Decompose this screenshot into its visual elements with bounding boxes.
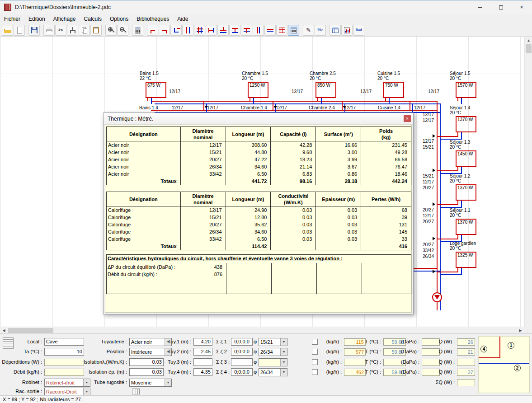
calculator-button[interactable] <box>132 25 143 36</box>
menu-aide[interactable]: Aide <box>173 14 192 23</box>
rac-sortie-dropdown[interactable]: Raccord-Droit▼ <box>44 388 90 396</box>
save-file-button[interactable] <box>28 25 40 36</box>
table-cell: 145 <box>361 228 411 235</box>
radiator-connection-3-button[interactable] <box>229 25 240 36</box>
minimize-button[interactable] <box>470 0 490 14</box>
diameter-1-dropdown[interactable]: 15/21▼ <box>259 338 287 346</box>
menu-options[interactable]: Options <box>106 14 132 23</box>
menu-edition[interactable]: Edition <box>24 14 49 23</box>
menu-calculs[interactable]: Calculs <box>80 14 106 23</box>
menu-affichage[interactable]: Affichage <box>49 14 80 23</box>
zoom-in-button[interactable] <box>105 25 117 36</box>
fitting-tool-button[interactable] <box>67 25 78 36</box>
radiator-box[interactable]: 1250 W <box>248 82 268 98</box>
edit-pencil-button[interactable]: ✎ <box>303 25 314 36</box>
open-file-button[interactable] <box>2 25 13 36</box>
table-cell: 416 <box>361 243 411 250</box>
metre-table-button[interactable] <box>288 25 299 36</box>
maximize-button[interactable] <box>490 0 511 14</box>
pipe-crossing-icon <box>196 26 204 34</box>
tube-rugosite-dropdown[interactable]: Moyenne▼ <box>129 379 172 387</box>
pipe-corner-left-icon <box>160 26 169 34</box>
pipe-row-4-checkbox[interactable] <box>312 369 318 375</box>
close-button[interactable]: × <box>511 0 532 14</box>
vertical-scrollbar[interactable]: ▲ ▼ <box>524 37 532 333</box>
radiator-box[interactable]: 850 W <box>315 82 336 98</box>
pipe-corner-blue-button[interactable] <box>170 25 182 36</box>
table-row: Acier noir26/3434.6021.143.6776.47 <box>107 163 411 170</box>
pipe-corner-left-button[interactable] <box>159 25 170 36</box>
rad-tool-button[interactable]: Rad <box>353 25 364 36</box>
table-gridline <box>181 263 181 294</box>
column-header: Pertes (W/h) <box>361 192 411 206</box>
horizontal-scroll-thumb[interactable] <box>8 328 53 333</box>
chart-tool-button[interactable] <box>341 25 353 36</box>
pump-symbol[interactable] <box>432 292 442 302</box>
paste-button[interactable] <box>90 25 102 36</box>
pipe-row-1-checkbox[interactable] <box>312 339 318 345</box>
diagram-node-4[interactable]: 4 <box>480 346 487 352</box>
pipe-riser-button[interactable] <box>182 25 193 36</box>
diagram-node-1[interactable]: 1 <box>508 342 514 349</box>
pac-tool-button[interactable]: Pàc <box>315 25 326 36</box>
radiator-table-button[interactable] <box>276 25 287 36</box>
horizontal-scrollbar[interactable]: ◀ ▶ <box>0 327 524 333</box>
pipe-horizontal-pair-button[interactable] <box>264 25 276 36</box>
dialog-close-button[interactable]: × <box>404 115 411 122</box>
titlebar: D:\Thermique\Dossiers\Immeuble-2.pdc × <box>0 0 532 14</box>
pipe-corner-right-button[interactable] <box>147 25 158 36</box>
pipe-vertical-pair-button[interactable] <box>253 25 264 36</box>
radiator-connection-1-button[interactable] <box>206 25 217 36</box>
radiator-box[interactable]: 750 W <box>383 82 404 98</box>
selection-table-button[interactable] <box>330 25 341 36</box>
menu-bibliotheques[interactable]: Bibliothèques <box>132 14 173 23</box>
radiator-box[interactable]: 1325 W <box>456 252 476 268</box>
pipe-corner-blue-icon <box>172 26 180 34</box>
menu-fichier[interactable]: Fichier <box>0 14 24 23</box>
zoom-out-button[interactable] <box>117 25 128 36</box>
radiator-connection-4-button[interactable] <box>241 25 252 36</box>
copy-button[interactable] <box>79 25 90 36</box>
sigma-q-output[interactable] <box>457 379 475 386</box>
cut-button[interactable]: ✂ <box>55 25 66 36</box>
pipe-crossing-button[interactable] <box>194 25 205 36</box>
diameter-3-dropdown[interactable]: ▼ <box>259 358 287 366</box>
scroll-right-button[interactable]: ▶ <box>517 327 524 333</box>
radiator-list-icon <box>3 337 14 349</box>
print-button[interactable] <box>43 25 55 36</box>
radiator-box[interactable]: 1570 W <box>456 82 476 98</box>
table-cell: 308.60 <box>226 141 271 149</box>
q-4-output[interactable]: 37 <box>457 369 475 376</box>
radiator-connection-2-button[interactable] <box>217 25 229 36</box>
column-header: Surface (m²) <box>316 127 361 141</box>
diameter-4-dropdown[interactable]: 26/34▼ <box>259 368 287 376</box>
pipe-row-3-checkbox[interactable] <box>312 359 318 365</box>
vertical-scroll-thumb[interactable] <box>526 44 532 53</box>
scroll-left-button[interactable]: ◀ <box>0 327 8 333</box>
pipe-segment <box>414 268 438 269</box>
dropdown-arrow-icon[interactable]: ▼ <box>280 359 287 366</box>
zeta-4-input[interactable]: 0;0;0;0 <box>231 368 253 376</box>
dialog-titlebar[interactable]: Thermique : Métré. × <box>104 113 413 125</box>
dropdown-arrow-icon[interactable]: ▼ <box>83 388 90 395</box>
radiator-box[interactable]: 675 W <box>146 82 166 98</box>
zeta-3-input[interactable] <box>231 358 253 366</box>
diameter-2-dropdown[interactable]: 26/34▼ <box>259 348 287 356</box>
zeta-1-input[interactable]: 0;0;0;0 <box>231 338 253 346</box>
q-3-output[interactable] <box>457 359 475 366</box>
new-file-button[interactable] <box>14 25 25 36</box>
q-1-output[interactable]: 26 <box>457 338 475 346</box>
zeta-2-input[interactable]: 0;0;0;0 <box>231 348 253 356</box>
q-2-output[interactable]: 21 <box>457 348 475 356</box>
radiator-box[interactable]: 1450 W <box>456 150 476 167</box>
scroll-up-button[interactable]: ▲ <box>525 37 532 44</box>
dropdown-arrow-icon[interactable]: ▼ <box>280 369 287 376</box>
radiator-box[interactable]: 1370 W <box>456 184 476 201</box>
diagram-node-2[interactable]: 2 <box>514 365 521 371</box>
dropdown-arrow-icon[interactable]: ▼ <box>165 379 171 386</box>
dropdown-arrow-icon[interactable]: ▼ <box>280 338 287 346</box>
pipe-row-2-checkbox[interactable] <box>312 349 318 355</box>
dropdown-arrow-icon[interactable]: ▼ <box>280 348 287 356</box>
radiator-box[interactable]: 1370 W <box>456 116 476 132</box>
radiator-box[interactable]: 1370 W <box>456 219 476 235</box>
